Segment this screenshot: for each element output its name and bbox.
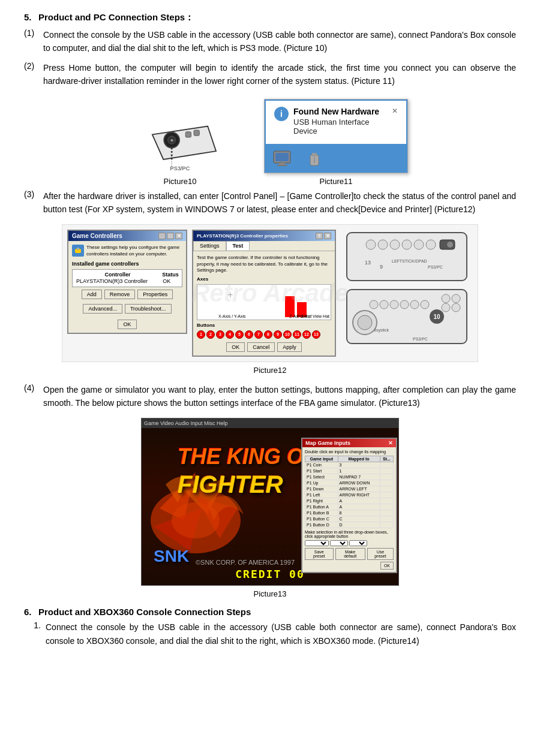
picture10-block: ⊕ PS3/PC Picture10: [132, 101, 228, 186]
section6-title: Product and XBOX360 Console Connection S…: [38, 607, 251, 617]
map-dropdown1[interactable]: [305, 540, 329, 546]
btn-1: 1: [197, 330, 205, 339]
tab-settings[interactable]: Settings: [193, 241, 226, 251]
gc-close[interactable]: ✕: [175, 233, 182, 239]
gc-col1-header: Controller: [74, 272, 161, 278]
gc-minimize[interactable]: _: [158, 233, 166, 239]
map-row: P1 Start1: [305, 468, 394, 474]
map-save-buttons: Save preset Make default Use preset: [305, 548, 394, 560]
map-close-icon[interactable]: ✕: [388, 440, 393, 446]
btn-8: 8: [264, 330, 272, 339]
kof-credit: CREDIT 00: [235, 568, 305, 580]
map-table: Game input Mapped to St... P1 Coin3 P1 S…: [305, 456, 394, 528]
picture13-label: Picture13: [24, 589, 516, 598]
map-row: P1 Button CC: [305, 516, 394, 522]
gc-add-btn[interactable]: Add: [82, 290, 102, 299]
pov-label: Point of View Hat: [297, 314, 329, 318]
arcade-panel-image: 13 9 LEFTSTICK/DPAD PS3/PC 10: [341, 230, 473, 350]
step3-text: After the hardware driver is installed, …: [43, 189, 516, 216]
svg-point-22: [390, 240, 400, 249]
buttons-grid: 1 2 3 4 5 6 7 8 9 10 11 12 13: [197, 330, 331, 339]
axes-display: + X-Axis / Y-Axis Z-Ax. Z-Ro. Point of V…: [197, 284, 331, 320]
map-selection-note: Make selection in all three drop-down bo…: [305, 530, 394, 538]
gc-maximize[interactable]: □: [167, 233, 174, 239]
map-dropdown2[interactable]: [330, 540, 348, 546]
ps3-apply-btn[interactable]: Apply: [277, 342, 302, 352]
gc-troubleshoot-btn[interactable]: Troubleshoot...: [125, 304, 172, 314]
step1-num: (1): [24, 28, 43, 38]
section6-steps: 1. Connect the console by the USB cable …: [24, 621, 516, 647]
ps3-close[interactable]: ✕: [324, 233, 331, 239]
map-ok-area: OK: [305, 562, 394, 570]
kof-screenshot: Game Video Audio Input Misc Help THE KIN…: [141, 418, 399, 586]
map-dropdown3[interactable]: [349, 540, 367, 546]
picture12-container: Retro Arcade Game Controllers _ □ ✕ Thes…: [24, 224, 516, 362]
usb-icon: [305, 150, 323, 168]
picture13-container: Game Video Audio Input Misc Help THE KIN…: [24, 418, 516, 586]
svg-text:10: 10: [433, 314, 440, 320]
map-title-bar: Map Game Inputs ✕: [302, 439, 396, 447]
ps3-ok-btn[interactable]: OK: [226, 342, 245, 352]
svg-text:13: 13: [365, 260, 371, 266]
step3-list: (3) After the hardware driver is install…: [24, 189, 516, 216]
gc-properties-btn[interactable]: Properties: [137, 290, 173, 299]
kof-game-area: THE KING OF FIGHTER SNK ©SNK CORP. OF AM…: [142, 428, 398, 586]
popup-close[interactable]: ✕: [392, 107, 398, 115]
game-controllers-window: Game Controllers _ □ ✕ These settings he…: [67, 230, 187, 334]
btn-7: 7: [254, 330, 263, 339]
gc-buttons: Add Remove Properties: [72, 290, 182, 299]
svg-text:Joystick: Joystick: [374, 328, 389, 333]
svg-point-23: [402, 240, 412, 249]
gc-remove-btn[interactable]: Remove: [104, 290, 136, 299]
map-row: P1 Button AA: [305, 504, 394, 510]
step-4: (4) Open the game or simulator you want …: [24, 383, 516, 410]
btn-13: 13: [312, 330, 320, 339]
svg-rect-13: [277, 165, 287, 166]
ps3-cancel-btn[interactable]: Cancel: [247, 342, 275, 352]
btn-3: 3: [216, 330, 224, 339]
picture11-label: Picture11: [320, 177, 353, 186]
map-col1-header: Game input: [305, 456, 338, 462]
gc-controller-status: OK: [161, 278, 180, 285]
ps3-window-controls: ? ✕: [316, 233, 331, 239]
svg-text:PS3/PC: PS3/PC: [170, 165, 190, 171]
gc-icon: [72, 245, 84, 257]
map-save-btn[interactable]: Save preset: [305, 548, 334, 560]
map-row: P1 SelectNUMPAD 7: [305, 474, 394, 480]
svg-point-20: [366, 240, 376, 249]
section5-number: 5.: [24, 12, 38, 22]
btn-6: 6: [245, 330, 253, 339]
map-default-btn[interactable]: Make default: [335, 548, 365, 560]
kof-title-bar: Game Video Audio Input Misc Help: [142, 418, 398, 428]
map-row: P1 DownARROW LEFT: [305, 486, 394, 492]
svg-point-36: [400, 300, 409, 309]
ps3-title-bar: PLAYSTATION(R)3 Controller properties ? …: [193, 231, 335, 241]
svg-point-42: [452, 303, 460, 312]
ps3-minimize[interactable]: ?: [316, 233, 323, 239]
buttons-label: Buttons: [197, 323, 331, 328]
gc-col2-header: Status: [161, 272, 180, 278]
btn-9: 9: [274, 330, 282, 339]
kof-title-line2: FIGHTER: [178, 471, 283, 498]
btn-10: 10: [283, 330, 292, 339]
step-2: (2) Press Home button, the computer will…: [24, 61, 516, 88]
section6-number: 6.: [24, 607, 38, 617]
svg-point-37: [410, 300, 419, 309]
xaxis-label: X-Axis / Y-Axis: [218, 314, 246, 318]
map-col3-header: St...: [380, 456, 393, 462]
svg-rect-5: [194, 130, 199, 135]
tab-test[interactable]: Test: [226, 241, 250, 251]
picture10-image: ⊕ PS3/PC: [132, 101, 228, 173]
map-ok-btn[interactable]: OK: [380, 562, 394, 570]
pictures-10-11-row: ⊕ PS3/PC Picture10 i Found New Hardware …: [24, 99, 516, 186]
step4-list: (4) Open the game or simulator you want …: [24, 383, 516, 410]
svg-point-33: [370, 300, 378, 309]
map-row: P1 RightA: [305, 498, 394, 504]
svg-rect-4: [185, 131, 191, 137]
gc-advanced-btn[interactable]: Advanced...: [83, 304, 122, 314]
btn-5: 5: [235, 330, 244, 339]
gc-note: These settings help you configure the ga…: [86, 245, 182, 257]
gc-ok-btn[interactable]: OK: [118, 320, 136, 329]
step3-num: (3): [24, 189, 43, 199]
map-use-btn[interactable]: Use preset: [367, 548, 394, 560]
